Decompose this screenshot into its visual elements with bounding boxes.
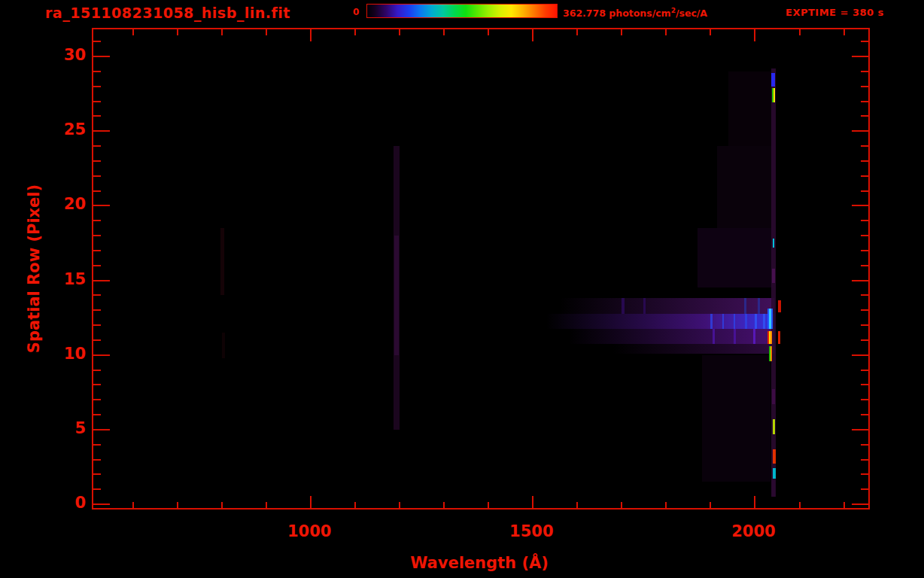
x-tick-label: 1500 bbox=[501, 522, 561, 540]
minor-tick bbox=[443, 29, 445, 35]
minor-tick bbox=[93, 115, 101, 117]
major-tick bbox=[852, 503, 868, 505]
major-tick bbox=[852, 56, 868, 57]
minor-tick bbox=[488, 29, 489, 35]
y-axis-title: Spatial Row (Pixel) bbox=[25, 184, 43, 353]
major-tick bbox=[93, 205, 110, 206]
minor-tick bbox=[132, 29, 134, 35]
minor-tick bbox=[861, 175, 868, 177]
y-tick-label: 25 bbox=[51, 120, 86, 138]
minor-tick bbox=[861, 265, 868, 266]
minor-tick bbox=[861, 370, 868, 371]
minor-tick bbox=[93, 41, 101, 42]
minor-tick bbox=[861, 399, 868, 400]
minor-tick bbox=[861, 71, 868, 72]
minor-tick bbox=[665, 29, 667, 35]
minor-tick bbox=[221, 502, 223, 508]
minor-tick bbox=[861, 473, 868, 475]
colorbar-units-suffix: /sec/A bbox=[676, 8, 707, 19]
minor-tick bbox=[399, 502, 400, 508]
colorbar-max-value: 362.778 bbox=[563, 8, 606, 19]
minor-tick bbox=[861, 220, 868, 221]
minor-tick bbox=[93, 160, 101, 162]
minor-tick bbox=[93, 384, 101, 385]
minor-tick bbox=[861, 41, 868, 42]
minor-tick bbox=[861, 444, 868, 446]
major-tick bbox=[532, 496, 533, 508]
file-title: ra_151108231058_hisb_lin.fit bbox=[45, 5, 290, 21]
minor-tick bbox=[665, 502, 667, 508]
major-tick bbox=[310, 29, 312, 41]
colorbar-units-prefix: photons/cm bbox=[606, 8, 671, 19]
major-tick bbox=[852, 429, 868, 430]
minor-tick bbox=[93, 414, 101, 415]
major-tick bbox=[93, 503, 110, 505]
exptime-label: EXPTIME = 380 s bbox=[786, 7, 884, 18]
major-tick bbox=[852, 205, 868, 206]
minor-tick bbox=[93, 175, 101, 177]
minor-tick bbox=[93, 309, 101, 311]
spectrum-heatmap-plot bbox=[92, 28, 870, 510]
major-tick bbox=[93, 280, 110, 281]
minor-tick bbox=[576, 502, 578, 508]
minor-tick bbox=[93, 71, 101, 72]
minor-tick bbox=[177, 29, 178, 35]
minor-tick bbox=[861, 190, 868, 192]
minor-tick bbox=[93, 220, 101, 221]
minor-tick bbox=[93, 101, 101, 102]
x-tick-label: 2000 bbox=[723, 522, 783, 540]
minor-tick bbox=[861, 294, 868, 296]
minor-tick bbox=[93, 294, 101, 296]
major-tick bbox=[93, 130, 110, 132]
minor-tick bbox=[861, 324, 868, 326]
minor-tick bbox=[488, 502, 489, 508]
minor-tick bbox=[221, 29, 223, 35]
axis-ticks-layer bbox=[93, 29, 868, 508]
minor-tick bbox=[861, 101, 868, 102]
minor-tick bbox=[861, 145, 868, 147]
y-tick-label: 15 bbox=[51, 270, 86, 288]
major-tick bbox=[852, 280, 868, 281]
minor-tick bbox=[861, 160, 868, 162]
major-tick bbox=[754, 29, 755, 41]
minor-tick bbox=[861, 339, 868, 341]
minor-tick bbox=[861, 488, 868, 490]
minor-tick bbox=[93, 250, 101, 251]
minor-tick bbox=[799, 502, 801, 508]
minor-tick bbox=[93, 265, 101, 266]
minor-tick bbox=[93, 190, 101, 192]
minor-tick bbox=[266, 29, 267, 35]
y-tick-label: 0 bbox=[51, 494, 86, 512]
minor-tick bbox=[93, 370, 101, 371]
colorbar-max-label: 362.778 photons/cm2/sec/A bbox=[563, 7, 707, 19]
minor-tick bbox=[354, 29, 356, 35]
minor-tick bbox=[861, 414, 868, 415]
major-tick bbox=[310, 496, 312, 508]
minor-tick bbox=[132, 502, 134, 508]
major-tick bbox=[754, 496, 755, 508]
minor-tick bbox=[710, 29, 711, 35]
minor-tick bbox=[576, 29, 578, 35]
x-axis-title: Wavelength (Å) bbox=[92, 554, 867, 572]
minor-tick bbox=[399, 29, 400, 35]
minor-tick bbox=[799, 29, 801, 35]
colorbar-min-label: 0 bbox=[353, 7, 359, 17]
x-tick-label: 1000 bbox=[279, 522, 339, 540]
fits-spectrum-viewer: { "header": { "title": "ra_151108231058_… bbox=[0, 0, 924, 578]
major-tick bbox=[93, 354, 110, 356]
minor-tick bbox=[621, 502, 622, 508]
minor-tick bbox=[443, 502, 445, 508]
minor-tick bbox=[93, 235, 101, 236]
minor-tick bbox=[93, 473, 101, 475]
minor-tick bbox=[861, 384, 868, 385]
minor-tick bbox=[843, 29, 845, 35]
minor-tick bbox=[93, 459, 101, 461]
minor-tick bbox=[93, 399, 101, 400]
minor-tick bbox=[354, 502, 356, 508]
minor-tick bbox=[861, 235, 868, 236]
minor-tick bbox=[93, 324, 101, 326]
y-tick-label: 5 bbox=[51, 419, 86, 437]
minor-tick bbox=[266, 502, 267, 508]
minor-tick bbox=[93, 86, 101, 87]
y-tick-label: 30 bbox=[51, 46, 86, 64]
